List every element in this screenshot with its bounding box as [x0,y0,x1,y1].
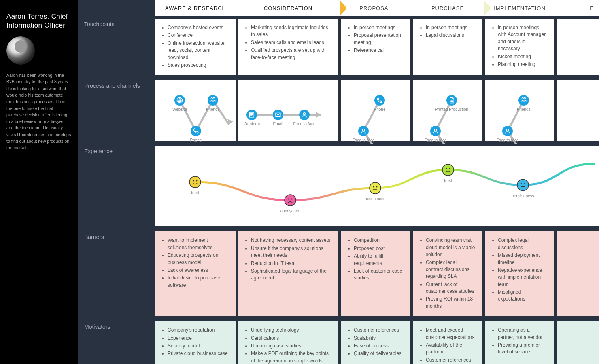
barriers-cell-5 [557,231,599,316]
process-cell-0: WebsitePhoneFriends [155,80,236,141]
list-item: Qualified prospects are set up with face… [251,47,331,61]
list-item: Unsure if the company's solutions meet t… [251,245,331,259]
svg-point-38 [524,183,525,184]
list-item: Marketing sends legitimate inquiries to … [251,24,331,38]
list-item: Complex legal contract discussions regar… [426,259,475,280]
list-item: In-person meetings [426,24,475,31]
people-icon: Friends [517,95,530,112]
barriers-cell-4: Complex legal discussionsMissed deployme… [485,231,554,316]
list-item: Legal discussions [426,32,475,39]
barriers-cell-0: Want to implement solutions themselvesEd… [155,231,236,316]
list-item: Sales team calls and emails leads [251,39,331,46]
svg-point-28 [288,199,289,200]
list-item: Underlying technology [251,327,331,334]
list-item: Conference [168,32,228,39]
svg-point-20 [518,95,529,106]
svg-point-34 [446,168,447,169]
list-item: Company's hosted events [168,24,228,31]
svg-text:Printed Production: Printed Production [435,107,468,112]
list-item: Sophisticated legal language of the agre… [251,268,331,282]
motivators-cell-0: Company's reputationExperienceSecurity m… [155,321,236,364]
experience-label: trust [191,190,199,195]
person-icon: Face to face [496,126,518,142]
barriers-cell-3: Convincing team that cloud model is a vi… [413,231,482,316]
list-item: Sales prospecting [168,62,228,69]
list-item: Educating prospects on business model [168,252,228,266]
list-item: Meet and exceed customer expectations [426,327,475,341]
svg-text:Webform: Webform [244,122,260,126]
form-icon: Webform [244,110,260,126]
person-icon: Face to face [293,110,315,126]
motivators-cell-1: Underlying technologyCertificationsUpcom… [238,321,338,364]
experience-label: trust [444,178,452,183]
svg-text:Face to face: Face to face [352,138,374,142]
doc-icon: Printed Production [435,95,468,112]
motivators-cell-3: Meet and exceed customer expectationsAva… [413,321,482,364]
process-cell-2: PhoneFace to face [341,80,410,141]
list-item: Negative experience with implementation … [498,267,547,288]
stage-2: PROPOSAL [340,0,412,16]
touchpoints-cell-0: Company's hosted eventsConferenceOnline … [155,19,236,75]
people-icon: Friends [206,95,219,112]
list-item: Convincing team that cloud model is a vi… [426,237,475,258]
persona-sidebar: Aaron Torres, Chief Information Officer … [0,0,78,364]
svg-point-36 [517,180,529,191]
process-cell-4: FriendsFace to face [485,80,554,141]
list-item: Want to implement solutions themselves [168,237,228,251]
list-item: Missed deployment timeline [498,252,547,266]
stage-3: PURCHASE [412,0,484,16]
list-item: Lack of customer case studies [354,268,403,282]
motivators-cell-2: Customer referencesScalabilityEase of pr… [341,321,410,364]
list-item: Reference call [354,47,403,54]
stage-0: AWARE & RESEARCH [155,0,237,16]
list-item: Customer references [354,327,403,334]
svg-point-4 [208,95,218,106]
svg-point-31 [373,186,374,188]
list-item: Operating as a partner, not a vendor [498,327,547,341]
svg-point-37 [521,183,522,184]
list-item: Misaligned expectations [498,289,547,303]
row-label-touchpoints: Touchpoints [78,16,155,28]
list-item: In-person meetings [354,24,403,31]
list-item: Company's reputation [168,327,228,334]
touchpoints-cell-3: In-person meetingsLegal discussions [413,19,482,75]
touchpoints-cell-2: In-person meetingsProposal presentation … [341,19,410,75]
journey-map: AWARE & RESEARCHCONSIDERATIONPROPOSALPUR… [78,0,599,364]
persona-bio: Aaron has been working in the B2B indust… [6,72,71,151]
svg-point-27 [285,195,296,206]
experience-label: annoyance [280,209,300,213]
svg-point-24 [189,176,201,188]
svg-point-6 [246,110,257,120]
svg-point-29 [291,199,293,200]
row-label-experience: Experience [78,143,155,154]
row-label-barriers: Barriers [78,229,155,240]
list-item: Ease of process [354,343,403,349]
globe-icon: Website [172,95,187,112]
person-icon: Face to face [352,126,374,142]
stage-header: AWARE & RESEARCHCONSIDERATIONPROPOSALPUR… [155,0,599,16]
list-item: Experience [168,335,228,342]
list-item: Kickoff meeting [498,53,547,60]
experience-chart: trustannoyanceacceptancetrustpensiveness [155,146,599,226]
list-item: Private cloud business case [168,350,228,357]
svg-text:Friends: Friends [206,107,219,112]
list-item: Security model [168,343,228,349]
list-item: Proposal presentation meeting [354,32,403,46]
svg-point-26 [196,180,198,182]
list-item: Proposed cost [354,245,403,252]
svg-point-33 [442,164,454,176]
touchpoints-cell-1: Marketing sends legitimate inquiries to … [238,19,338,75]
list-item: Online interaction: website lead, social… [168,40,228,61]
list-item: Make a PDF outlining the key points of t… [251,350,331,364]
persona-name: Aaron Torres, Chief Information Officer [6,12,71,30]
list-item: Certifications [251,335,331,342]
list-item: Not having necessary content assets [251,237,331,244]
svg-text:Website: Website [172,107,187,112]
phone-icon: Phone [190,126,202,142]
experience-label: acceptance [365,197,386,201]
row-label-motivators: Motivators [78,319,155,330]
list-item: Upcoming case studies [251,343,331,349]
list-item: Competition [354,237,403,244]
person-icon: Face to face [424,126,446,142]
process-cell-1: WebformEmailFace to face [238,80,338,141]
